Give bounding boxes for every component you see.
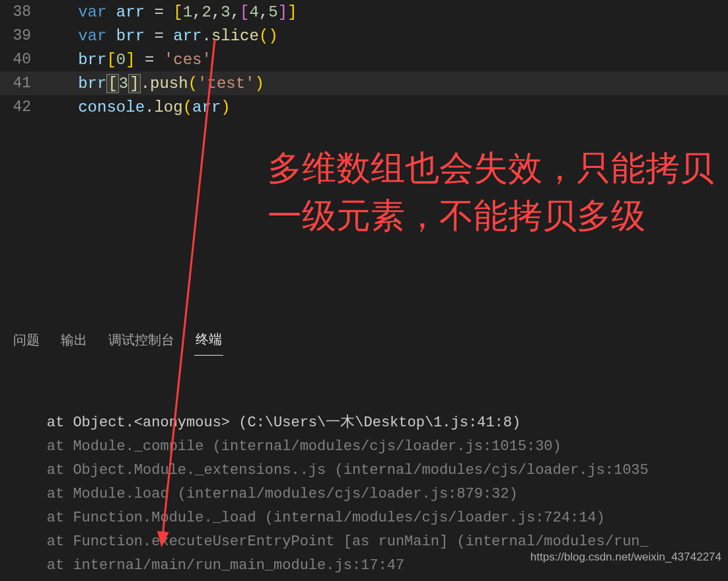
- stack-trace-line: at Object.Module._extensions..js (intern…: [12, 459, 716, 483]
- line-number: 40: [0, 51, 50, 68]
- annotation-text: 多维数组也会失效，只能拷贝一级元素，不能拷贝多级: [268, 144, 725, 239]
- code-line[interactable]: 39 var brr = arr.slice(): [0, 24, 728, 48]
- terminal-panel[interactable]: at Object.<anonymous> (C:\Users\一木\Deskt…: [0, 356, 728, 581]
- tab-debug-console[interactable]: 调试控制台: [107, 327, 176, 356]
- tab-problems[interactable]: 问题: [12, 327, 41, 356]
- code-content: console.log(arr): [50, 98, 728, 116]
- line-number: 38: [0, 3, 50, 20]
- code-content: brr[0] = 'ces': [50, 51, 728, 69]
- watermark-text: https://blog.csdn.net/weixin_43742274: [530, 551, 721, 564]
- code-line[interactable]: 41 brr[3].push('test'): [0, 71, 728, 95]
- code-editor[interactable]: 38 var arr = [1,2,3,[4,5]]39 var brr = a…: [0, 0, 728, 324]
- code-line[interactable]: 38 var arr = [1,2,3,[4,5]]: [0, 0, 728, 24]
- line-number: 39: [0, 27, 50, 44]
- code-content: brr[3].push('test'): [50, 75, 728, 93]
- tab-output[interactable]: 输出: [59, 327, 89, 356]
- code-line[interactable]: 42 console.log(arr): [0, 95, 728, 119]
- tab-terminal[interactable]: 终端: [194, 327, 223, 356]
- line-number: 41: [0, 75, 50, 92]
- code-content: var arr = [1,2,3,[4,5]]: [50, 3, 728, 21]
- panel-tabs: 问题 输出 调试控制台 终端: [0, 324, 728, 356]
- line-number: 42: [0, 98, 50, 116]
- code-content: var brr = arr.slice(): [50, 27, 728, 45]
- stack-trace-line: at Object.<anonymous> (C:\Users\一木\Deskt…: [12, 411, 716, 435]
- stack-trace-line: at Module.load (internal/modules/cjs/loa…: [12, 483, 716, 506]
- stack-trace-line: at Function.Module._load (internal/modul…: [12, 506, 716, 530]
- code-line[interactable]: 40 brr[0] = 'ces': [0, 48, 728, 71]
- stack-trace-line: at Module._compile (internal/modules/cjs…: [12, 435, 716, 459]
